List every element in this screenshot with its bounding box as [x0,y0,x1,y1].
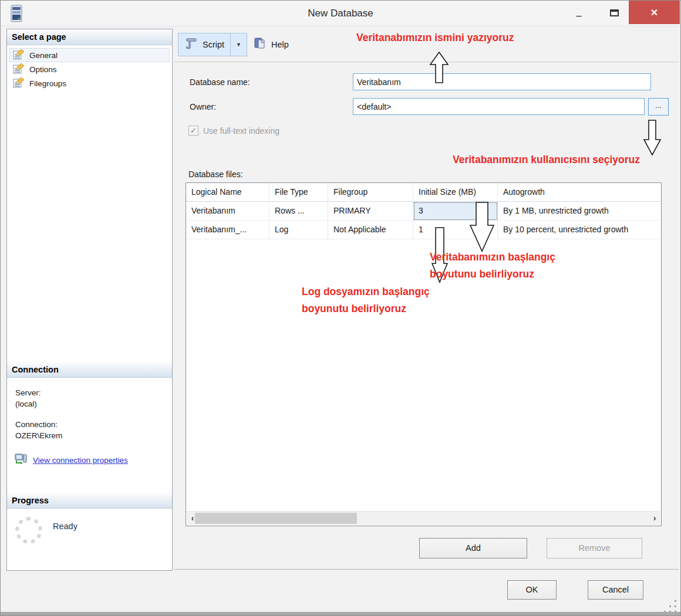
scrollbar-thumb[interactable] [195,513,357,524]
arrow-down-icon [469,202,495,252]
sidebar-item-label: Filegroups [29,79,66,88]
grid-cell[interactable]: Not Applicable [328,221,413,239]
sidebar-item-label: Options [29,65,57,74]
grid-cell[interactable]: By 1 MB, unrestricted growth [498,202,661,221]
select-a-page-header: Select a page [7,29,172,45]
close-button[interactable]: ✕ [629,1,680,24]
page-pencil-icon [13,63,25,76]
check-icon: ✓ [190,126,197,135]
progress-status: Ready [53,522,77,544]
script-split-button: Script ▼ [178,33,247,56]
connection-label: Connection: [15,419,172,430]
help-button[interactable]: Help [253,33,289,56]
annotation-initial-size: Veritabanımızın başlangıç boyutunu belir… [430,249,555,283]
annotation-owner: Veritabanımızın kullanıcısını seçiyoruz [453,151,640,168]
server-label: Server: [15,387,172,398]
toolbar-divider [174,62,679,62]
add-button[interactable]: Add [419,538,527,559]
maximize-button[interactable] [601,1,628,25]
database-name-label: Database name: [190,77,250,87]
minimize-icon: – [576,10,581,22]
chevron-down-icon: ▼ [236,42,241,48]
column-header: Filegroup [328,183,413,202]
minimize-button[interactable]: – [565,1,592,25]
scroll-right-icon[interactable]: › [650,512,659,525]
close-icon: ✕ [650,7,658,18]
progress-spinner-icon [15,517,42,544]
sidebar-item-general[interactable]: General [9,48,170,62]
cancel-button[interactable]: Cancel [588,580,643,600]
owner-label: Owner: [190,102,216,111]
help-book-icon [253,37,267,52]
column-header: Initial Size (MB) [413,183,498,202]
database-name-input[interactable] [353,73,651,90]
script-dropdown-button[interactable]: ▼ [230,33,247,56]
column-header: Autogrowth [498,183,661,202]
grid-cell[interactable]: Rows ... [269,202,328,221]
connection-header: Connection [7,362,172,378]
maximize-icon [610,9,619,16]
title-bar[interactable]: New Database – ✕ [1,1,680,26]
grid-cell[interactable]: Log [269,221,328,239]
page-pencil-icon [13,49,25,62]
pane-divider [174,569,679,570]
grid-cell[interactable]: By 10 percent, unrestricted growth [498,221,661,239]
fulltext-label: Use full-text indexing [203,126,279,136]
sidebar-panel: Select a page General [6,29,173,571]
fulltext-checkbox[interactable]: ✓ [188,126,198,136]
view-connection-properties-link[interactable]: View connection properties [33,456,128,465]
remove-button[interactable]: Remove [547,538,642,559]
ok-button[interactable]: OK [507,580,557,600]
connection-properties-icon [14,453,28,467]
sidebar-item-label: General [29,51,58,60]
arrow-up-icon [429,52,449,84]
owner-input[interactable] [353,98,645,115]
grid-cell[interactable]: Veritabanım_... [186,221,269,239]
table-row: Veritabanım_... Log Not Applicable 1 By … [186,221,661,239]
window-bottom-border [1,612,680,615]
grid-header-row: Logical Name File Type Filegroup Initial… [186,183,661,202]
grid-cell[interactable]: PRIMARY [328,202,413,221]
owner-browse-button[interactable]: ... [648,98,669,116]
annotation-database-name: Veritanabımızın ismini yazıyoruz [356,29,514,46]
grid-cell[interactable]: Veritabanım [186,202,269,221]
database-files-grid: Logical Name File Type Filegroup Initial… [186,182,662,526]
page-pencil-icon [13,77,25,90]
resize-grip[interactable] [664,600,677,613]
arrow-down-icon [643,120,662,156]
script-button-label: Script [203,40,224,49]
new-database-dialog: New Database – ✕ Select a page General [0,0,681,616]
sidebar-item-filegroups[interactable]: Filegroups [9,76,170,90]
annotation-log-size: Log dosyamızın başlangıç boyunutu belirl… [302,283,430,317]
progress-section: Progress Ready [7,493,172,544]
horizontal-scrollbar[interactable]: ‹ › [187,511,660,525]
column-header: File Type [269,183,328,202]
connection-section: Connection Server: (local) Connection: O… [7,362,172,467]
database-files-label: Database files: [188,170,243,179]
progress-header: Progress [7,493,172,509]
sidebar-item-options[interactable]: Options [9,62,170,76]
server-value: (local) [15,398,172,409]
script-scroll-icon [184,37,198,52]
column-header: Logical Name [186,183,269,202]
table-row: Veritabanım Rows ... PRIMARY 3 By 1 MB, … [186,202,661,221]
connection-value: OZER\Ekrem [15,430,172,441]
script-button[interactable]: Script [178,33,230,56]
help-button-label: Help [271,40,289,49]
page-list: General Options [7,45,172,93]
